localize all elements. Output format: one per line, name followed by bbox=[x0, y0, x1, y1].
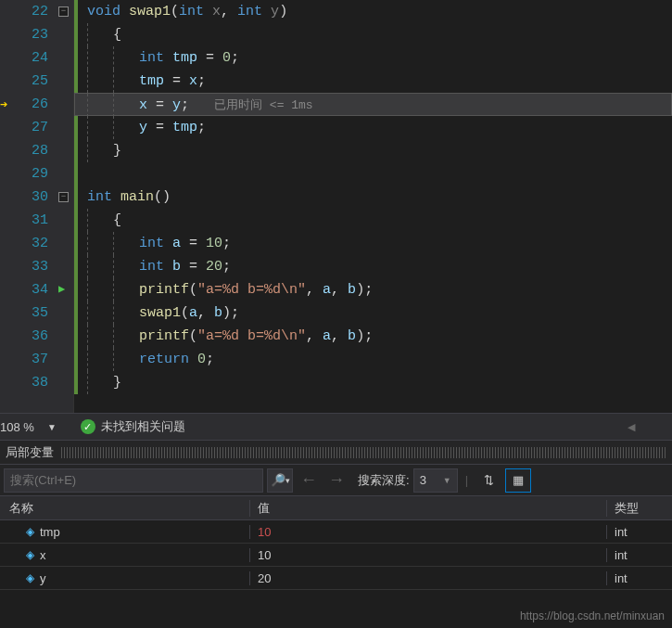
forward-arrow-icon[interactable]: → bbox=[324, 470, 349, 490]
zoom-control[interactable]: 108 % ▼ bbox=[0, 420, 68, 434]
fold-toggle-icon[interactable]: − bbox=[58, 6, 69, 17]
variable-value[interactable]: 10 bbox=[250, 548, 607, 562]
code-line[interactable]: int tmp = 0; bbox=[74, 46, 672, 70]
code-line[interactable]: tmp = x; bbox=[74, 70, 672, 93]
line-number: 30 bbox=[17, 186, 48, 209]
issues-status-text: 未找到相关问题 bbox=[101, 418, 185, 435]
code-line[interactable]: x = y; 已用时间 <= 1ms bbox=[74, 93, 672, 116]
code-line[interactable]: printf("a=%d b=%d\n", a, b); bbox=[74, 278, 672, 301]
chevron-down-icon: ▼ bbox=[443, 476, 451, 485]
search-input[interactable] bbox=[4, 468, 263, 493]
breakpoint-gutter[interactable]: ➔ bbox=[0, 0, 17, 413]
line-number: 36 bbox=[17, 325, 48, 348]
search-depth-label: 搜索深度: bbox=[358, 472, 410, 489]
locals-panel-title: 局部变量 bbox=[6, 444, 54, 461]
line-number: 22 bbox=[17, 0, 48, 23]
table-row[interactable]: ◈x10int bbox=[0, 544, 672, 567]
variable-icon: ◈ bbox=[26, 548, 34, 561]
fold-gutter[interactable]: −−▶ bbox=[56, 0, 74, 413]
line-number-gutter: 2223242526272829303132333435363738 bbox=[17, 0, 56, 413]
column-header-name[interactable]: 名称 bbox=[0, 500, 250, 517]
code-line[interactable]: y = tmp; bbox=[74, 116, 672, 139]
line-number: 27 bbox=[17, 116, 48, 139]
line-number: 33 bbox=[17, 255, 48, 278]
line-number: 37 bbox=[17, 348, 48, 371]
triangle-left-icon[interactable]: ◀ bbox=[628, 421, 635, 433]
line-number: 32 bbox=[17, 232, 48, 255]
check-circle-icon: ✓ bbox=[81, 419, 95, 434]
search-depth-select[interactable]: 3 ▼ bbox=[413, 468, 458, 493]
variable-icon: ◈ bbox=[26, 525, 34, 538]
line-number: 29 bbox=[17, 162, 48, 186]
line-number: 35 bbox=[17, 301, 48, 325]
variable-icon: ◈ bbox=[26, 571, 34, 584]
variable-type: int bbox=[607, 571, 672, 585]
line-number: 38 bbox=[17, 371, 48, 394]
search-button[interactable]: 🔎▾ bbox=[267, 468, 293, 493]
locals-table: 名称 值 类型 ◈tmp10int◈x10int◈y20int bbox=[0, 496, 672, 590]
panel-grip bbox=[61, 447, 666, 458]
code-line[interactable]: } bbox=[74, 139, 672, 162]
variable-type: int bbox=[607, 548, 672, 562]
fold-toggle-icon[interactable]: − bbox=[58, 192, 69, 202]
variable-name: y bbox=[40, 571, 46, 585]
column-header-value[interactable]: 值 bbox=[250, 500, 607, 517]
table-header: 名称 值 类型 bbox=[0, 496, 672, 520]
code-line[interactable]: void swap1(int x, int y) bbox=[74, 0, 672, 23]
code-line[interactable]: int main() bbox=[74, 186, 672, 209]
column-header-type[interactable]: 类型 bbox=[607, 500, 672, 517]
table-row[interactable]: ◈tmp10int bbox=[0, 520, 672, 544]
locals-panel-header: 局部变量 bbox=[0, 441, 672, 465]
code-line[interactable]: { bbox=[74, 23, 672, 46]
code-line[interactable]: printf("a=%d b=%d\n", a, b); bbox=[74, 325, 672, 348]
line-number: 23 bbox=[17, 23, 48, 46]
line-number: 34 bbox=[17, 278, 48, 301]
table-row[interactable]: ◈y20int bbox=[0, 567, 672, 590]
code-line[interactable]: swap1(a, b); bbox=[74, 301, 672, 325]
filter-icon[interactable]: ⇅ bbox=[475, 468, 501, 493]
code-line[interactable]: int b = 20; bbox=[74, 255, 672, 278]
code-line[interactable]: return 0; bbox=[74, 348, 672, 371]
code-line[interactable]: { bbox=[74, 209, 672, 232]
line-number: 24 bbox=[17, 46, 48, 70]
code-editor[interactable]: ➔ 2223242526272829303132333435363738 −−▶… bbox=[0, 0, 672, 413]
variable-value[interactable]: 20 bbox=[250, 571, 607, 585]
variable-value[interactable]: 10 bbox=[250, 525, 607, 539]
line-number: 26 bbox=[17, 93, 48, 116]
line-number: 31 bbox=[17, 209, 48, 232]
variable-name: tmp bbox=[40, 525, 60, 539]
separator: | bbox=[465, 473, 468, 487]
search-depth-value: 3 bbox=[420, 473, 426, 487]
code-line[interactable]: int a = 10; bbox=[74, 232, 672, 255]
column-settings-icon[interactable]: ▦ bbox=[505, 468, 531, 493]
line-number: 25 bbox=[17, 70, 48, 93]
play-marker-icon: ▶ bbox=[58, 282, 65, 296]
code-line[interactable] bbox=[74, 162, 672, 186]
chevron-down-icon[interactable]: ▼ bbox=[40, 422, 64, 432]
code-content[interactable]: void swap1(int x, int y){int tmp = 0;tmp… bbox=[74, 0, 672, 413]
editor-status-bar: 108 % ▼ ✓ 未找到相关问题 ◀ bbox=[0, 413, 672, 441]
variable-name: x bbox=[40, 548, 46, 562]
locals-toolbar: 🔎▾ ← → 搜索深度: 3 ▼ | ⇅ ▦ bbox=[0, 465, 672, 496]
back-arrow-icon[interactable]: ← bbox=[297, 470, 321, 490]
line-number: 28 bbox=[17, 139, 48, 162]
zoom-value: 108 % bbox=[0, 420, 34, 434]
execution-arrow-icon: ➔ bbox=[0, 96, 7, 112]
watermark-text: https://blog.csdn.net/minxuan bbox=[520, 609, 665, 622]
variable-type: int bbox=[607, 525, 672, 539]
code-line[interactable]: } bbox=[74, 371, 672, 394]
